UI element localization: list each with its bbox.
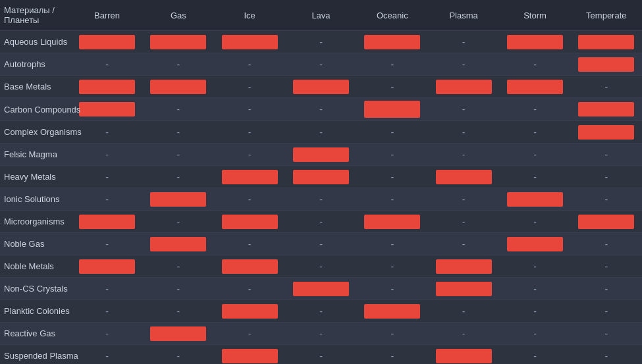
- table-row: Noble Gas------: [0, 233, 642, 255]
- table-cell: -: [571, 76, 642, 98]
- table-row: Planktic Colonies------: [0, 300, 642, 323]
- table-cell: [499, 188, 570, 211]
- col-header-barren: Barren: [71, 0, 142, 31]
- table-cell: -: [499, 53, 570, 76]
- table-cell: [571, 211, 642, 233]
- table-row: Felsic Magma-------: [0, 143, 642, 166]
- table-cell: [214, 255, 285, 278]
- table-cell: -: [285, 211, 356, 233]
- table-cell: -: [285, 53, 356, 76]
- main-table-wrapper: Материалы / Планеты Barren Gas Ice Lava …: [0, 0, 642, 364]
- material-name: Felsic Magma: [0, 143, 71, 166]
- table-cell: -: [428, 98, 499, 121]
- material-name: Autotrophs: [0, 53, 71, 76]
- table-header-row: Материалы / Планеты Barren Gas Ice Lava …: [0, 0, 642, 31]
- material-name: Carbon Compounds: [0, 98, 71, 121]
- table-cell: -: [214, 98, 285, 121]
- material-name: Suspended Plasma: [0, 345, 71, 365]
- table-cell: [71, 255, 142, 278]
- table-cell: -: [571, 278, 642, 300]
- table-cell: [357, 300, 428, 323]
- table-cell: [428, 278, 499, 300]
- table-cell: -: [71, 188, 142, 211]
- table-cell: [357, 98, 428, 121]
- table-cell: -: [428, 300, 499, 323]
- table-cell: -: [285, 188, 356, 211]
- material-name: Noble Gas: [0, 233, 71, 255]
- table-cell: [143, 76, 214, 98]
- table-cell: -: [214, 278, 285, 300]
- table-cell: [143, 31, 214, 53]
- table-cell: [71, 76, 142, 98]
- table-cell: -: [71, 143, 142, 166]
- table-cell: -: [214, 188, 285, 211]
- table-cell: -: [71, 233, 142, 255]
- table-cell: -: [428, 53, 499, 76]
- col-header-temperate: Temperate: [571, 0, 642, 31]
- table-cell: -: [285, 98, 356, 121]
- material-name: Complex Organisms: [0, 121, 71, 143]
- material-name: Aqueous Liquids: [0, 31, 71, 53]
- table-cell: -: [143, 121, 214, 143]
- table-row: Autotrophs-------: [0, 53, 642, 76]
- table-cell: -: [499, 211, 570, 233]
- table-cell: -: [143, 143, 214, 166]
- table-cell: [571, 31, 642, 53]
- table-cell: -: [357, 188, 428, 211]
- table-row: Suspended Plasma------: [0, 345, 642, 365]
- table-cell: -: [428, 233, 499, 255]
- table-cell: [214, 166, 285, 188]
- table-cell: -: [357, 121, 428, 143]
- table-cell: -: [428, 121, 499, 143]
- table-cell: -: [571, 188, 642, 211]
- table-cell: [357, 31, 428, 53]
- table-cell: -: [214, 143, 285, 166]
- table-cell: [143, 188, 214, 211]
- table-row: Ionic Solutions------: [0, 188, 642, 211]
- table-cell: -: [571, 300, 642, 323]
- table-cell: -: [143, 255, 214, 278]
- table-cell: -: [499, 143, 570, 166]
- table-cell: -: [428, 211, 499, 233]
- table-cell: -: [214, 53, 285, 76]
- table-cell: -: [357, 166, 428, 188]
- table-cell: -: [499, 255, 570, 278]
- table-cell: -: [285, 255, 356, 278]
- table-cell: [428, 255, 499, 278]
- table-body: Aqueous Liquids--Autotrophs-------Base M…: [0, 31, 642, 365]
- table-row: Reactive Gas-------: [0, 323, 642, 345]
- table-cell: -: [571, 345, 642, 365]
- table-cell: -: [428, 31, 499, 53]
- table-cell: -: [357, 255, 428, 278]
- material-name: Non-CS Crystals: [0, 278, 71, 300]
- table-cell: -: [71, 53, 142, 76]
- table-cell: [71, 98, 142, 121]
- table-row: Base Metals---: [0, 76, 642, 98]
- table-cell: -: [285, 345, 356, 365]
- table-cell: -: [428, 143, 499, 166]
- col-header-gas: Gas: [143, 0, 214, 31]
- table-cell: -: [285, 233, 356, 255]
- table-cell: [71, 31, 142, 53]
- table-cell: -: [214, 233, 285, 255]
- table-cell: -: [285, 323, 356, 345]
- table-cell: -: [499, 323, 570, 345]
- table-cell: -: [285, 121, 356, 143]
- table-cell: [499, 31, 570, 53]
- table-cell: -: [571, 143, 642, 166]
- table-cell: [285, 166, 356, 188]
- table-cell: -: [499, 278, 570, 300]
- table-cell: -: [143, 300, 214, 323]
- material-name: Reactive Gas: [0, 323, 71, 345]
- col-header-ice: Ice: [214, 0, 285, 31]
- col-header-material: Материалы / Планеты: [0, 0, 71, 31]
- table-cell: -: [143, 278, 214, 300]
- table-cell: -: [357, 143, 428, 166]
- table-cell: -: [499, 345, 570, 365]
- table-cell: -: [285, 31, 356, 53]
- material-name: Planktic Colonies: [0, 300, 71, 323]
- table-row: Heavy Metals-----: [0, 166, 642, 188]
- material-name: Microorganisms: [0, 211, 71, 233]
- col-header-lava: Lava: [285, 0, 356, 31]
- table-row: Aqueous Liquids--: [0, 31, 642, 53]
